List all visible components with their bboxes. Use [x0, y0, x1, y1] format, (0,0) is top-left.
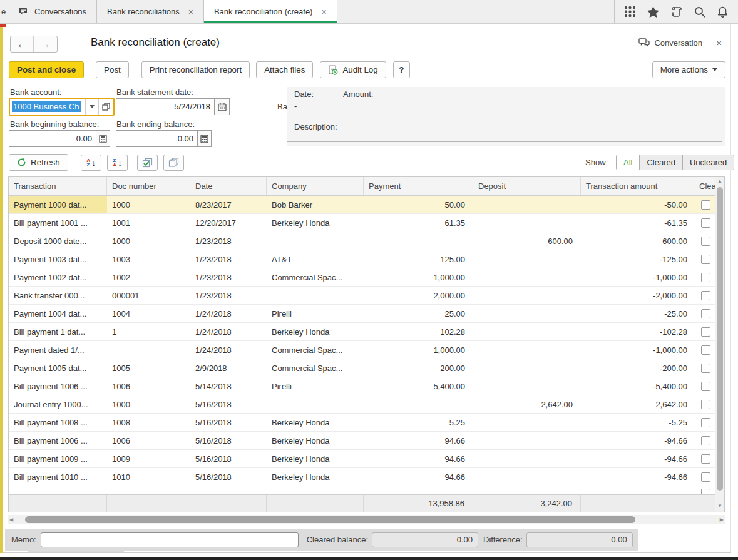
- cell-doc-number[interactable]: 1000: [107, 395, 190, 413]
- cell-transaction-amount[interactable]: -102.28: [581, 323, 695, 340]
- cell-payment[interactable]: [364, 232, 473, 250]
- history-scroll-icon[interactable]: [665, 0, 688, 23]
- statement-date-input[interactable]: [116, 98, 214, 115]
- tab-partial[interactable]: e: [0, 0, 8, 23]
- cell-transaction-amount[interactable]: 2,642.00: [581, 395, 695, 413]
- bank-account-field[interactable]: 1000 Business Ch: [9, 98, 115, 116]
- search-icon[interactable]: [688, 0, 711, 23]
- cell-date[interactable]: 1/23/2018: [190, 250, 267, 268]
- cell-deposit[interactable]: [473, 341, 581, 359]
- cell-payment[interactable]: 61.35: [364, 214, 473, 232]
- cell-transaction-amount[interactable]: -25.00: [581, 305, 695, 322]
- cell-transaction-amount[interactable]: -94.66: [581, 432, 695, 449]
- cleared-checkbox[interactable]: [701, 472, 710, 482]
- cell-company[interactable]: Commercial Spac...: [267, 341, 364, 359]
- cell-company[interactable]: Commercial Spac...: [267, 268, 364, 286]
- cell-transaction-amount[interactable]: -5.25: [581, 414, 695, 431]
- cell-company[interactable]: Berkeley Honda: [267, 432, 364, 449]
- cell-company[interactable]: Commercial Spac...: [267, 359, 364, 377]
- cleared-checkbox[interactable]: [701, 489, 710, 494]
- cell-date[interactable]: 2/9/2018: [190, 359, 267, 377]
- cell-transaction-amount[interactable]: -94.66: [581, 450, 695, 467]
- cell-transaction-amount[interactable]: -2,000.00: [581, 287, 695, 304]
- cell-payment[interactable]: 200.00: [364, 359, 473, 377]
- cell-transaction-amount[interactable]: -1,000.00: [581, 268, 695, 286]
- cleared-checkbox[interactable]: [701, 345, 710, 355]
- cell-doc-number[interactable]: 1009: [107, 450, 190, 467]
- table-row[interactable]: Bill payment 1010 ... 1010 5/16/2018 Ber…: [9, 468, 724, 486]
- mark-all-cleared-button[interactable]: [137, 155, 158, 171]
- cell-doc-number[interactable]: 1006: [107, 432, 190, 449]
- cell-date[interactable]: 1/23/2018: [190, 232, 267, 250]
- table-row[interactable]: Bill payment 1006 ... 1006 5/14/2018 Pir…: [9, 377, 724, 395]
- table-row[interactable]: Payment 1004 dat... 1004 1/24/2018 Pirel…: [9, 305, 724, 323]
- cell-company[interactable]: Pirelli: [267, 305, 364, 322]
- cell-date[interactable]: 5/16/2018: [190, 432, 267, 449]
- table-row[interactable]: Payment 1002 dat... 1002 1/23/2018 Comme…: [9, 268, 724, 287]
- cell-doc-number[interactable]: 1000: [107, 232, 190, 250]
- cell-payment[interactable]: 5.25: [364, 414, 473, 431]
- cell-transaction[interactable]: Bill payment 1001 ...: [9, 214, 107, 232]
- cell-payment[interactable]: 94.66: [364, 468, 473, 486]
- cell-doc-number[interactable]: 1000: [107, 196, 190, 213]
- cell-deposit[interactable]: 2,642.00: [473, 395, 581, 413]
- cell-payment[interactable]: 25.00: [364, 305, 473, 322]
- refresh-button[interactable]: Refresh: [9, 154, 68, 171]
- cell-deposit[interactable]: [473, 359, 581, 377]
- cleared-checkbox[interactable]: [701, 255, 710, 264]
- show-all-option[interactable]: All: [617, 155, 640, 170]
- cell-doc-number[interactable]: 1008: [107, 414, 190, 431]
- cell-transaction[interactable]: Bill payment 1008 ...: [9, 414, 107, 431]
- cell-payment[interactable]: 50.00: [364, 196, 473, 213]
- cleared-checkbox[interactable]: [701, 327, 710, 337]
- cell-date[interactable]: 8/23/2017: [190, 196, 267, 213]
- cell-date[interactable]: 12/20/2017: [190, 214, 267, 232]
- table-row[interactable]: Payment 1005 dat... 1005 2/9/2018 Commer…: [9, 359, 724, 377]
- cell-deposit[interactable]: [473, 196, 581, 213]
- cell-deposit[interactable]: [473, 377, 581, 395]
- cell-date[interactable]: 1/24/2018: [190, 341, 267, 359]
- cell-doc-number[interactable]: 1002: [107, 268, 190, 286]
- forward-button[interactable]: →: [34, 36, 57, 52]
- all-functions-grid-icon[interactable]: [618, 0, 642, 23]
- cell-company[interactable]: Berkeley Honda: [267, 468, 364, 486]
- post-button[interactable]: Post: [96, 61, 129, 78]
- memo-input[interactable]: [41, 532, 299, 547]
- scroll-up-icon[interactable]: ▲: [715, 178, 724, 184]
- cleared-checkbox[interactable]: [701, 273, 710, 282]
- more-actions-button[interactable]: More actions: [652, 61, 725, 78]
- bank-account-open-button[interactable]: [98, 99, 113, 115]
- cleared-checkbox[interactable]: [701, 382, 710, 391]
- cell-transaction[interactable]: Payment dated 1/...: [9, 341, 107, 359]
- cell-transaction[interactable]: Payment 1003 dat...: [9, 250, 107, 268]
- cell-doc-number[interactable]: [107, 341, 190, 359]
- column-header-date[interactable]: Date: [190, 177, 267, 195]
- vertical-scrollbar-thumb[interactable]: [717, 187, 723, 491]
- attach-files-button[interactable]: Attach files: [256, 61, 313, 78]
- table-row[interactable]: Bill payment 1009 ... 1009 5/16/2018 Ber…: [9, 450, 724, 468]
- column-header-transaction-amount[interactable]: Transaction amount: [581, 177, 695, 195]
- ending-balance-input[interactable]: [116, 130, 197, 147]
- tab-conversations[interactable]: Conversations: [8, 0, 97, 23]
- table-row[interactable]: Bill payment 1 dat... 1 1/24/2018 Berkel…: [9, 323, 724, 341]
- cell-deposit[interactable]: [473, 450, 581, 467]
- cell-transaction[interactable]: Bill payment 1009 ...: [9, 450, 107, 467]
- cell-date[interactable]: 1/23/2018: [190, 287, 267, 304]
- cell-transaction[interactable]: Payment 1004 dat...: [9, 305, 107, 322]
- cleared-checkbox[interactable]: [701, 200, 710, 210]
- table-row[interactable]: Bill payment 1008 ... 1008 5/16/2018 Ber…: [9, 414, 724, 432]
- post-and-close-button[interactable]: Post and close: [9, 61, 84, 78]
- cell-transaction[interactable]: Bill payment 1006 ...: [9, 432, 107, 449]
- column-header-cleared[interactable]: Cleared: [695, 177, 716, 195]
- back-button[interactable]: ←: [11, 36, 34, 52]
- scroll-left-icon[interactable]: ◀: [9, 517, 13, 522]
- favorites-star-icon[interactable]: [642, 0, 665, 23]
- cell-payment[interactable]: 1,000.00: [364, 341, 473, 359]
- cell-company[interactable]: [267, 232, 364, 250]
- calculator-button[interactable]: [96, 130, 110, 147]
- cleared-checkbox[interactable]: [701, 400, 710, 409]
- cleared-checkbox[interactable]: [701, 291, 710, 300]
- cell-doc-number[interactable]: 1005: [107, 359, 190, 377]
- cell-deposit[interactable]: [473, 268, 581, 286]
- cell-doc-number[interactable]: 1006: [107, 377, 190, 395]
